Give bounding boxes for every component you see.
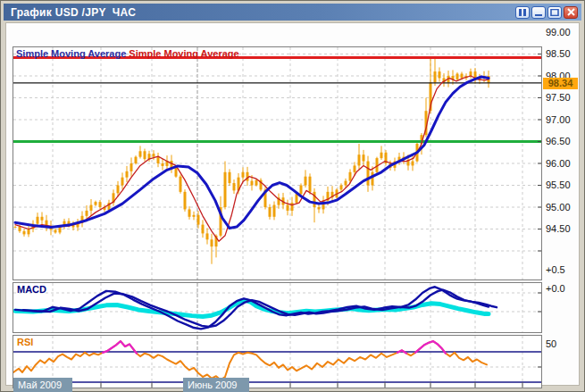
month-label-may: Май 2009: [13, 378, 72, 392]
rsi-panel-label: RSI: [17, 337, 33, 347]
title-bar[interactable]: График USD /JPY ЧАС: [4, 4, 581, 21]
maximize-button[interactable]: [547, 6, 562, 19]
close-button[interactable]: [564, 6, 578, 19]
pause-button[interactable]: [515, 6, 530, 19]
macd-tick-+0.5: +0.5: [546, 264, 585, 275]
price-tick-96.50: 96.50: [546, 136, 585, 146]
window-title: График USD /JPY ЧАС: [7, 6, 136, 19]
price-tick-99.00: 99.00: [546, 27, 585, 38]
price-tick-98.50: 98.50: [546, 48, 585, 59]
main-price-plot[interactable]: [13, 46, 542, 280]
month-label-june: Июнь 2009: [183, 378, 249, 392]
pause-icon: [518, 9, 527, 16]
price-tick-97.50: 97.50: [546, 92, 585, 103]
sma-label-2: Simple Moving Average: [129, 48, 238, 59]
sma-label-1: Simple Moving Average: [16, 48, 126, 59]
price-tick-97.00: 97.00: [546, 114, 585, 125]
minimize-icon: [534, 9, 543, 16]
price-tick-95.50: 95.50: [546, 179, 585, 190]
current-price-badge: 98.34: [543, 78, 578, 89]
minimize-button[interactable]: [531, 6, 546, 19]
price-tick-96.00: 96.00: [546, 158, 585, 169]
macd-panel-label: MACD: [17, 284, 46, 295]
maximize-icon: [550, 9, 559, 16]
macd-plot[interactable]: [13, 282, 542, 333]
macd-tick-+0.0: +0.0: [546, 283, 585, 294]
price-tick-95.00: 95.00: [546, 202, 585, 213]
rsi-tick-50: 50: [546, 338, 585, 349]
window-controls: [515, 6, 578, 19]
indicator-legend: Simple Moving Average Simple Moving Aver…: [16, 48, 239, 59]
close-icon: [567, 8, 575, 16]
chart-area: Simple Moving Average Simple Moving Aver…: [5, 22, 580, 386]
rsi-plot[interactable]: [13, 335, 542, 388]
price-tick-94.50: 94.50: [546, 223, 585, 234]
chart-window: График USD /JPY ЧАС Simple Moving Averag…: [0, 0, 585, 392]
